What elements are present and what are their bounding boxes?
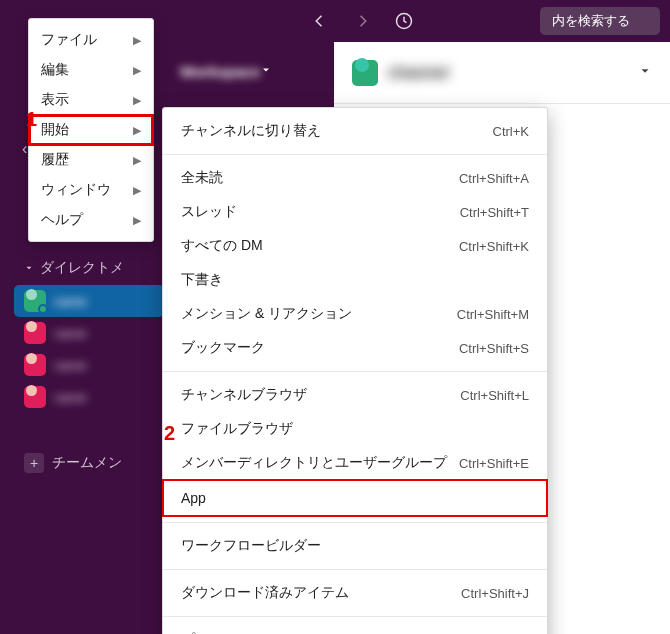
workspace-name[interactable]: Workspace xyxy=(180,63,260,80)
sidebar-dm-label: name xyxy=(54,358,87,373)
submenu-label: ファイルブラウザ xyxy=(181,420,293,438)
submenu-item[interactable]: メンション & リアクションCtrl+Shift+M xyxy=(163,297,547,331)
submenu-shortcut: Ctrl+K xyxy=(493,124,529,139)
app-menu-item[interactable]: 開始▶ xyxy=(29,115,153,145)
submenu-item[interactable]: チャンネルブラウザCtrl+Shift+L xyxy=(163,378,547,412)
separator xyxy=(163,154,547,155)
sidebar-dm-item[interactable]: name xyxy=(14,349,164,381)
chevron-right-icon: ▶ xyxy=(133,184,141,197)
nav-back-icon[interactable] xyxy=(310,11,330,31)
chevron-down-icon[interactable] xyxy=(638,64,652,82)
annotation-1: 1 xyxy=(26,108,37,131)
app-menu-label: 表示 xyxy=(41,91,69,109)
submenu-item[interactable]: メンバーディレクトリとユーザーグループCtrl+Shift+E xyxy=(163,446,547,480)
app-menu-label: ファイル xyxy=(41,31,97,49)
submenu-label: ダウンロード済みアイテム xyxy=(181,584,349,602)
app-menu-label: 編集 xyxy=(41,61,69,79)
submenu-item[interactable]: ワークフロービルダー xyxy=(163,529,547,563)
status-online-icon xyxy=(38,304,48,314)
submenu-shortcut: Ctrl+Shift+L xyxy=(460,388,529,403)
sidebar-add-member[interactable]: + チームメン xyxy=(14,447,164,479)
submenu-item[interactable]: ファイルブラウザ xyxy=(163,412,547,446)
chevron-right-icon: ▶ xyxy=(133,154,141,167)
chevron-right-icon: ▶ xyxy=(133,64,141,77)
submenu-label: メンバーディレクトリとユーザーグループ xyxy=(181,454,447,472)
sidebar-dm-label: name xyxy=(54,390,87,405)
submenu-label: 全未読 xyxy=(181,169,223,187)
submenu-item[interactable]: プロフィール xyxy=(163,623,547,634)
submenu-label: チャンネルブラウザ xyxy=(181,386,307,404)
submenu-item[interactable]: 全未読Ctrl+Shift+A xyxy=(163,161,547,195)
app-menu-item[interactable]: ファイル▶ xyxy=(29,25,153,55)
chevron-down-icon xyxy=(260,62,272,80)
sidebar-dm-item[interactable]: name xyxy=(14,317,164,349)
submenu-item[interactable]: ブックマークCtrl+Shift+S xyxy=(163,331,547,365)
separator xyxy=(163,616,547,617)
sidebar-dm-item[interactable]: name xyxy=(14,285,164,317)
avatar xyxy=(24,354,46,376)
sidebar-section-dm[interactable]: ダイレクトメ xyxy=(14,253,164,283)
chevron-right-icon: ▶ xyxy=(133,214,141,227)
app-menu-item[interactable]: ヘルプ▶ xyxy=(29,205,153,235)
app-menu-label: ヘルプ xyxy=(41,211,83,229)
submenu-label: App xyxy=(181,490,206,506)
collapse-icon[interactable]: ‹ xyxy=(22,140,27,158)
separator xyxy=(163,569,547,570)
submenu-shortcut: Ctrl+Shift+A xyxy=(459,171,529,186)
submenu-item[interactable]: すべての DMCtrl+Shift+K xyxy=(163,229,547,263)
start-submenu: チャンネルに切り替えCtrl+K全未読Ctrl+Shift+AスレッドCtrl+… xyxy=(162,107,548,634)
sidebar-dm-label: name xyxy=(54,326,87,341)
submenu-item[interactable]: スレッドCtrl+Shift+T xyxy=(163,195,547,229)
submenu-item[interactable]: チャンネルに切り替えCtrl+K xyxy=(163,114,547,148)
separator xyxy=(163,522,547,523)
chevron-right-icon: ▶ xyxy=(133,124,141,137)
nav-forward-icon[interactable] xyxy=(352,11,372,31)
app-menu-label: ウィンドウ xyxy=(41,181,111,199)
sidebar-add-label: チームメン xyxy=(52,454,122,472)
app-menu-item[interactable]: 編集▶ xyxy=(29,55,153,85)
avatar xyxy=(24,322,46,344)
submenu-shortcut: Ctrl+Shift+E xyxy=(459,456,529,471)
submenu-item[interactable]: App xyxy=(163,480,547,516)
avatar xyxy=(24,290,46,312)
search-input[interactable]: 内を検索する xyxy=(540,7,660,35)
app-menu-item[interactable]: 表示▶ xyxy=(29,85,153,115)
separator xyxy=(163,371,547,372)
app-menu-label: 開始 xyxy=(41,121,69,139)
avatar xyxy=(24,386,46,408)
submenu-shortcut: Ctrl+Shift+T xyxy=(460,205,529,220)
avatar xyxy=(352,60,378,86)
channel-name[interactable]: channel xyxy=(388,64,628,82)
submenu-label: スレッド xyxy=(181,203,237,221)
submenu-label: すべての DM xyxy=(181,237,263,255)
app-menu: ファイル▶編集▶表示▶開始▶履歴▶ウィンドウ▶ヘルプ▶ xyxy=(28,18,154,242)
app-menu-item[interactable]: ウィンドウ▶ xyxy=(29,175,153,205)
submenu-shortcut: Ctrl+Shift+S xyxy=(459,341,529,356)
submenu-item[interactable]: 下書き xyxy=(163,263,547,297)
submenu-label: 下書き xyxy=(181,271,223,289)
chevron-right-icon: ▶ xyxy=(133,94,141,107)
submenu-label: チャンネルに切り替え xyxy=(181,122,321,140)
submenu-label: メンション & リアクション xyxy=(181,305,352,323)
app-menu-item[interactable]: 履歴▶ xyxy=(29,145,153,175)
sidebar-dm-item[interactable]: name xyxy=(14,381,164,413)
submenu-label: ブックマーク xyxy=(181,339,265,357)
submenu-shortcut: Ctrl+Shift+M xyxy=(457,307,529,322)
annotation-2: 2 xyxy=(164,422,175,445)
chevron-right-icon: ▶ xyxy=(133,34,141,47)
submenu-shortcut: Ctrl+Shift+K xyxy=(459,239,529,254)
plus-icon: + xyxy=(24,453,44,473)
submenu-label: ワークフロービルダー xyxy=(181,537,321,555)
submenu-item[interactable]: ダウンロード済みアイテムCtrl+Shift+J xyxy=(163,576,547,610)
history-icon[interactable] xyxy=(394,11,414,31)
search-label: 内を検索する xyxy=(552,12,630,30)
sidebar-dm-label: name xyxy=(54,294,87,309)
submenu-shortcut: Ctrl+Shift+J xyxy=(461,586,529,601)
sidebar-section-label: ダイレクトメ xyxy=(40,259,124,277)
app-menu-label: 履歴 xyxy=(41,151,69,169)
